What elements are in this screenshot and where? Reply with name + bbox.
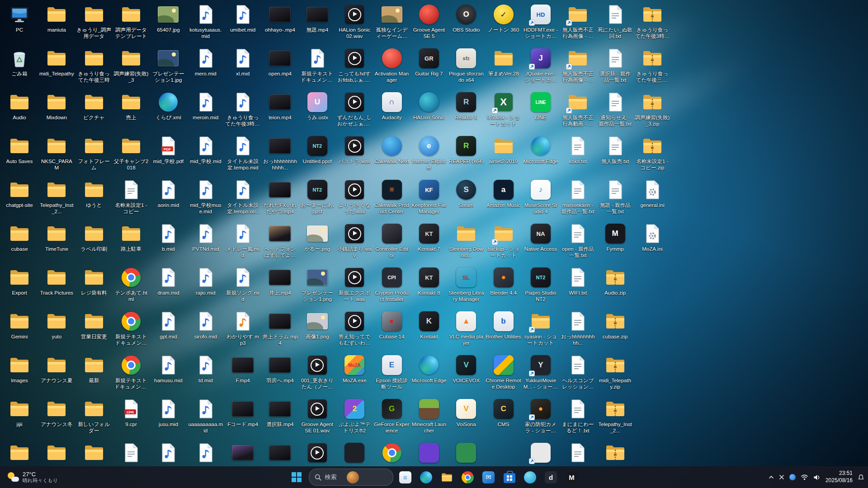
desktop-icon[interactable] [598,442,633,465]
desktop-icon[interactable]: uaaaaaaaaa.mid [188,398,223,434]
notification-bell-icon[interactable] [858,474,864,481]
desktop-icon[interactable]: 名称未設定1 - コピー [113,179,149,215]
desktop-icon[interactable]: ♪MuseScore Studio 4 [523,179,558,215]
desktop-icon[interactable]: ●家の防犯カメラ - ショートカット [523,398,558,434]
desktop-icon[interactable]: かるー.png [300,223,335,252]
desktop-icon[interactable]: おっhhhhhhhhhhhh... [262,135,297,171]
desktop-icon[interactable]: まにまにわーるど！.txt [560,398,595,434]
file-explorer-taskbar-button[interactable] [438,468,456,486]
desktop-icon[interactable] [448,442,484,465]
desktop-icon[interactable]: 井上ドラム.mp4 [262,310,297,347]
desktop-icon[interactable]: Groove Agent SE 01.wav [300,398,335,434]
desktop-icon[interactable]: airset2-2019 [486,135,521,164]
desktop-icon[interactable]: NKSC_PARAM [39,135,74,171]
tray-app-x-icon[interactable] [779,474,784,480]
desktop-icon[interactable]: HDHDDFMT.exe - ショートカット [523,4,558,40]
desktop-icon[interactable]: 無題 - 親作品一覧.txt [598,179,633,215]
desktop-icon[interactable]: テンポあて.html [113,267,149,303]
copilot-taskbar-button[interactable] [521,468,539,486]
desktop-icon[interactable]: NT2お〜ま〜にあ.ppsf [300,179,335,215]
notepad-taskbar-button[interactable]: ≡ [396,468,415,486]
desktop-icon[interactable]: SLSteinberg Library Manager [448,267,484,303]
desktop-icon[interactable]: きゅうり食ってた午後三時 [76,47,112,84]
desktop-icon[interactable]: Audio.zip [598,267,633,296]
desktop-icon[interactable]: VVOICEVOX [448,354,484,384]
desktop-icon[interactable]: レジ袋有料 [76,267,112,296]
desktop-icon[interactable]: TimeTune [39,223,74,252]
desktop-icon[interactable]: open - 親作品一覧.txt [560,223,595,259]
music-app-taskbar-button[interactable]: M [563,468,581,486]
desktop-icon[interactable]: Track Pictures [39,267,74,296]
desktop-icon[interactable]: 無人販売不正行為画像 - ショートカット [560,47,595,84]
desktop-icon[interactable] [374,442,410,465]
desktop-icon[interactable]: よりうさくなった.wav [337,179,372,215]
desktop-icon[interactable]: NANative Access [523,223,558,252]
desktop-icon[interactable]: 井上.mp4 [262,267,297,296]
desktop-icon[interactable] [300,442,335,465]
desktop-icon[interactable]: maniuta [39,4,74,33]
desktop-icon[interactable]: WIFI.txt [560,267,595,296]
desktop-icon[interactable]: 調声用データテンプレート [113,4,149,40]
desktop-icon[interactable]: 選択肢 - 親作品一覧.txt [598,47,633,84]
desktop-icon[interactable]: 通知らせえ - 親作品一覧.txt [598,91,633,127]
desktop-icon[interactable]: KTKontakt 8 [411,267,447,296]
desktop-icon[interactable]: きゅうり_調声用データ [76,4,112,40]
desktop-icon[interactable]: 調声練習(失敗)_3.zip [635,91,670,127]
desktop-icon[interactable]: rajio.mid [188,267,223,296]
desktop-icon[interactable]: 選択肢.mp4 [262,398,297,427]
desktop-icon[interactable]: アナウンス冬 [39,398,74,427]
desktop-icon[interactable]: EEpson 接続診断ツール [374,354,410,390]
desktop-icon[interactable]: 孤独なインディーゲーム開発者の一生... [374,4,410,40]
desktop-icon[interactable]: プレゼンテーション1.png [300,267,335,303]
desktop-icon[interactable]: CPR9.cpr [113,398,149,427]
desktop-icon[interactable]: CPICrypton Product Installer [374,267,410,303]
desktop-icon[interactable]: Groove Agent SE 5 [411,4,447,40]
desktop-icon[interactable]: OOBS Studio [448,4,484,33]
desktop-icon[interactable]: 路上駐車 [113,223,149,252]
desktop-icon[interactable]: 新しいフォルダー [76,398,112,434]
desktop-icon[interactable]: アナウンス夏 [39,354,74,384]
desktop-icon[interactable]: sirofo.mid [188,310,223,340]
desktop-icon[interactable]: KKontakt [411,310,447,340]
desktop-icon[interactable]: 新規ソング.mid [225,267,260,303]
desktop-icon[interactable] [337,442,372,465]
desktop-icon[interactable]: cubase.zip [598,310,633,340]
desktop-icon[interactable]: Export [2,267,37,296]
desktop-icon[interactable]: SSteam [448,179,484,208]
desktop-icon[interactable] [76,442,112,465]
desktop-icon[interactable]: CCMS [486,398,521,427]
desktop-icon[interactable]: aorin.mid [151,179,186,208]
desktop-icon[interactable]: 無題.mp4 [300,4,335,33]
desktop-icon[interactable]: NT2Untitled.ppsf [300,135,335,164]
desktop-icon[interactable]: midi_Telepathy.zip [598,354,633,390]
desktop-icon[interactable]: sfzPlogue sforzando x64 [448,47,484,84]
desktop-icon[interactable]: Microsoft Edge [411,354,447,384]
desktop-icon[interactable]: 羽房へ.mp4 [262,354,297,384]
desktop-icon[interactable]: MoZAMoZA.exe [337,354,372,384]
volume-icon[interactable] [813,474,821,480]
desktop-icon[interactable]: ヘッドフォンはずしてよかった.mp4 [262,223,297,259]
desktop-icon[interactable]: open.mp4 [262,47,297,77]
desktop-icon[interactable]: わかりやす.mp3 [225,310,260,347]
desktop-icon[interactable]: ∩Audacity [374,91,410,121]
desktop-icon[interactable]: dram.mid [151,267,186,296]
desktop-icon[interactable]: RReaktor 6 [448,91,484,121]
desktop-icon[interactable]: Chrome Remote Desktop [486,354,521,390]
desktop-icon[interactable]: だれだFXいれたやつ.mp4 [262,179,297,215]
desktop-icon[interactable]: RREAPER (x64) [448,135,484,164]
desktop-icon[interactable]: meroin.mid [188,91,223,121]
desktop-icon[interactable]: 売上 [113,91,149,121]
desktop-icon[interactable]: GGeForce Experience [374,398,410,434]
desktop-icon[interactable]: LINELINE [523,91,558,121]
desktop-icon[interactable]: 営業日変更 [76,310,112,340]
google-chrome-taskbar-button[interactable] [459,468,477,486]
desktop-icon[interactable]: ✓ノートン 360 [486,4,521,33]
desktop-icon[interactable]: teion.mp4 [262,91,297,121]
desktop-icon[interactable]: 65407.jpg [151,4,186,33]
desktop-icon[interactable]: 新規エクスポート.wav [337,267,372,303]
taskbar-clock[interactable]: 23:51 2025/08/16 [826,470,853,484]
weather-widget[interactable]: 27°C 晴れ時々くもり [5,466,61,488]
desktop-icon[interactable]: ゆうと [76,179,112,208]
desktop-icon[interactable]: タイトル未設定.tempo.mid [225,135,260,171]
desktop-icon[interactable]: おっhhhhhhhhhh... [560,310,595,347]
